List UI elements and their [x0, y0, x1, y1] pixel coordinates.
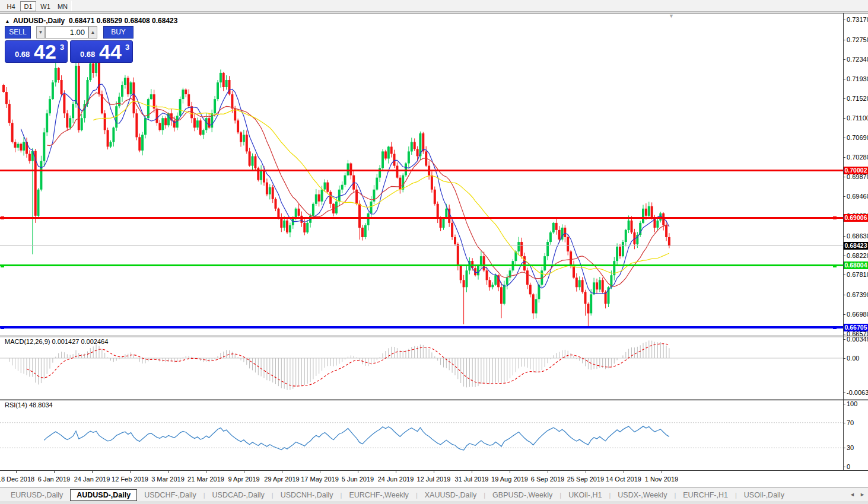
price-axis-tick	[843, 314, 845, 315]
rsi-axis-tick	[843, 467, 845, 467]
price-axis-label: 0.73170	[847, 16, 868, 23]
timeframe-button-d1[interactable]: D1	[20, 1, 36, 11]
tab-usoil-daily[interactable]: USOil-,Daily	[737, 490, 791, 500]
tab-usdx-weekly[interactable]: USDX-,Weekly	[611, 490, 674, 500]
time-axis-date-label: 29 Apr 2019	[264, 476, 299, 483]
price-level-line-0.68423[interactable]	[0, 245, 843, 246]
timeframe-button-w1[interactable]: W1	[37, 1, 53, 11]
rsi-axis-tick	[843, 404, 845, 404]
time-axis-tick	[662, 471, 662, 473]
time-axis-date-label: 1 Nov 2019	[645, 476, 678, 483]
level-drag-handle[interactable]	[1, 264, 4, 267]
price-axis-tick	[843, 236, 845, 237]
timeframe-button-h4[interactable]: H4	[3, 1, 19, 11]
price-axis-tick	[843, 20, 845, 20]
macd-axis-tick	[843, 393, 845, 393]
timeframe-button-mn[interactable]: MN	[55, 1, 71, 11]
tab-eurchf-h1[interactable]: EURCHF-,H1	[676, 490, 735, 500]
price-axis-label: 0.71930	[847, 75, 868, 82]
volume-input[interactable]	[45, 26, 88, 39]
buy-button[interactable]: BUY	[103, 26, 133, 39]
sell-price-box[interactable]: 0.68 42 3	[5, 40, 68, 63]
price-level-line-0.68004[interactable]	[0, 264, 843, 266]
price-level-label-0.68423: 0.68423	[844, 242, 868, 250]
price-axis-label: 0.68220	[847, 252, 868, 259]
price-axis-tick	[843, 334, 845, 334]
time-axis-date-label: 3 Mar 2019	[151, 476, 185, 483]
status-strip	[0, 502, 868, 504]
price-level-label-0.68004: 0.68004	[844, 261, 868, 269]
price-axis-tick	[843, 196, 845, 197]
macd-plot[interactable]	[0, 337, 843, 399]
chart-ohlc-values: 0.68471 0.68529 0.68408 0.68423	[69, 17, 178, 25]
time-axis-date-label: 6 Jan 2019	[38, 476, 70, 483]
level-drag-handle[interactable]	[833, 216, 837, 219]
price-axis-label: 0.67810	[847, 271, 868, 278]
tab-usdcnh-daily[interactable]: USDCNH-,Daily	[274, 490, 341, 500]
price-axis-tick	[843, 157, 845, 158]
sell-price-big: 42	[34, 40, 56, 63]
volume-decrease-button[interactable]: ▼	[36, 26, 45, 39]
time-axis-tick	[92, 471, 93, 473]
tab-usdchf-daily[interactable]: USDCHF-,Daily	[137, 490, 204, 500]
tab-xauusd-daily[interactable]: XAUUSD-,Daily	[418, 490, 484, 500]
buy-price-box[interactable]: 0.68 44 3	[70, 40, 133, 63]
rsi-axis-label: 70	[847, 419, 854, 426]
level-drag-handle[interactable]	[833, 264, 837, 267]
price-level-label-0.70002: 0.70002	[844, 167, 868, 174]
level-drag-handle[interactable]	[1, 216, 4, 219]
time-axis-tick	[282, 471, 282, 473]
level-drag-handle[interactable]	[1, 326, 4, 329]
time-axis-tick	[16, 471, 17, 473]
price-axis-tick	[843, 138, 845, 138]
tab-audusd-daily[interactable]: AUDUSD-,Daily	[70, 489, 137, 501]
price-axis-label: 0.71520	[847, 95, 868, 102]
rsi-plot[interactable]	[0, 401, 843, 470]
price-axis-label: 0.68630	[847, 232, 868, 240]
price-axis-label: 0.72750	[847, 36, 868, 43]
tab-eurchf-weekly[interactable]: EURCHF-,Weekly	[342, 490, 415, 500]
time-axis-tick	[396, 471, 396, 473]
time-axis-tick	[358, 471, 358, 473]
time-axis-tick	[244, 471, 244, 473]
rsi-axis-label: 100	[847, 400, 857, 407]
tabs-scroll-left-icon[interactable]: ◄	[850, 492, 855, 497]
buy-price-big: 44	[99, 40, 122, 63]
time-axis-date-label: 24 Jun 2019	[378, 476, 414, 483]
price-axis-border	[843, 13, 844, 487]
price-axis-tick	[843, 98, 845, 99]
rsi-axis-label: 0	[847, 463, 850, 470]
timeframe-toolbar	[0, 0, 868, 12]
tabs-scroll-right-icon[interactable]: ►	[860, 492, 865, 497]
macd-values: 0.001427 0.002464	[52, 338, 108, 345]
level-drag-handle[interactable]	[833, 326, 837, 329]
macd-axis-tick	[843, 339, 845, 340]
time-axis-tick	[168, 471, 168, 473]
price-axis-label: 0.70690	[847, 134, 868, 141]
buy-price-prefix: 0.68	[80, 50, 95, 59]
macd-axis-label: 0.00349	[847, 336, 868, 343]
tab-eurusd-daily[interactable]: EURUSD-,Daily	[4, 490, 70, 500]
tab-ukoil-h1[interactable]: UKOil-,H1	[561, 490, 609, 500]
sell-button[interactable]: SELL	[5, 26, 31, 39]
volume-increase-button[interactable]: ▲	[88, 26, 97, 39]
time-axis-tick	[206, 471, 206, 473]
chevron-down-icon: ▼	[39, 30, 43, 35]
price-axis-tick	[843, 256, 845, 256]
chart-shift-marker-icon[interactable]: ▼	[669, 13, 674, 19]
time-axis-tick	[434, 471, 434, 473]
price-level-line-0.69006[interactable]	[0, 217, 843, 219]
time-axis[interactable]: 18 Dec 20186 Jan 201924 Jan 201912 Feb 2…	[0, 470, 868, 487]
collapse-triangle-icon[interactable]: ▲	[5, 18, 10, 24]
chart-tab-bar: EURUSD-,DailyAUDUSD-,DailyUSDCHF-,Daily|…	[0, 487, 868, 502]
tab-gbpusd-weekly[interactable]: GBPUSD-,Weekly	[485, 490, 559, 500]
time-axis-date-label: 18 Dec 2018	[0, 476, 34, 483]
chevron-up-icon: ▲	[91, 30, 96, 35]
macd-axis-label: -0.00637	[847, 389, 868, 396]
price-level-line-0.70002[interactable]	[0, 170, 843, 171]
tab-usdcad-daily[interactable]: USDCAD-,Daily	[205, 490, 272, 500]
macd-axis-label: 0.00	[847, 355, 859, 362]
time-axis-date-label: 6 Sep 2019	[531, 476, 564, 483]
price-level-line-0.66705[interactable]	[0, 326, 843, 328]
time-axis-date-label: 14 Oct 2019	[606, 476, 641, 483]
